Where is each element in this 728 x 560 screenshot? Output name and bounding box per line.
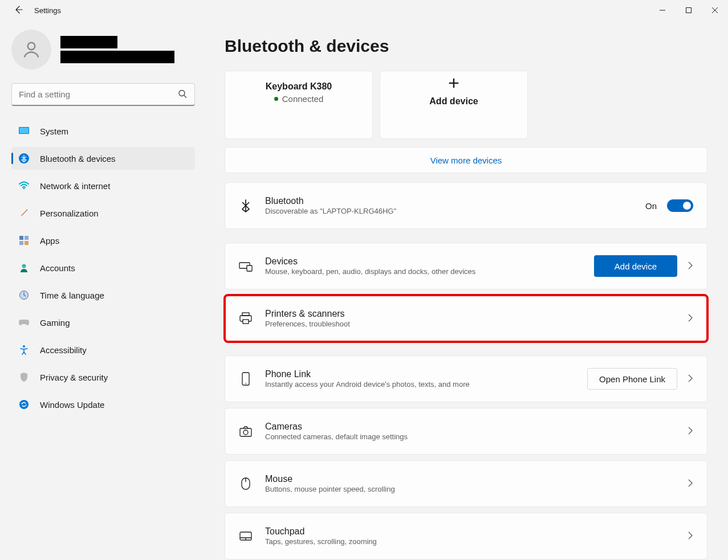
avatar bbox=[11, 30, 51, 70]
svg-rect-9 bbox=[19, 241, 23, 245]
wifi-icon bbox=[18, 180, 30, 191]
svg-point-1 bbox=[28, 43, 35, 50]
printers-scanners-row[interactable]: Printers & scanners Preferences, trouble… bbox=[225, 295, 707, 342]
devices-icon bbox=[239, 259, 253, 273]
svg-point-11 bbox=[22, 264, 26, 268]
device-status-label: Connected bbox=[282, 94, 324, 104]
chevron-right-icon bbox=[688, 374, 693, 384]
bluetooth-subtitle: Discoverable as "LAPTOP-KLRG46HG" bbox=[265, 207, 633, 215]
cameras-subtitle: Connected cameras, default image setting… bbox=[265, 432, 675, 441]
search-field[interactable] bbox=[11, 83, 195, 106]
apps-icon bbox=[18, 235, 30, 246]
system-icon bbox=[18, 125, 30, 137]
shield-icon bbox=[18, 371, 30, 383]
sidebar-item-label: Apps bbox=[40, 236, 59, 246]
svg-point-21 bbox=[245, 383, 246, 384]
mouse-subtitle: Buttons, mouse pointer speed, scrolling bbox=[265, 485, 675, 493]
phone-link-row[interactable]: Phone Link Instantly access your Android… bbox=[225, 355, 707, 402]
sidebar-item-label: Network & internet bbox=[40, 181, 110, 191]
back-button[interactable] bbox=[14, 5, 23, 16]
maximize-icon bbox=[685, 7, 692, 14]
sidebar-item-accounts[interactable]: Accounts bbox=[11, 256, 195, 279]
view-more-devices-link[interactable]: View more devices bbox=[225, 147, 707, 173]
sidebar-item-label: Personalization bbox=[40, 209, 99, 218]
cameras-title: Cameras bbox=[265, 422, 675, 432]
sidebar-item-time-language[interactable]: Time & language bbox=[11, 284, 195, 306]
bluetooth-title: Bluetooth bbox=[265, 196, 633, 206]
sidebar-item-apps[interactable]: Apps bbox=[11, 229, 195, 252]
sidebar-item-label: Accounts bbox=[40, 263, 75, 273]
search-input[interactable] bbox=[11, 83, 195, 106]
cameras-row[interactable]: Cameras Connected cameras, default image… bbox=[225, 408, 707, 455]
touchpad-subtitle: Taps, gestures, scrolling, zooming bbox=[265, 537, 675, 546]
profile-name bbox=[60, 36, 117, 48]
chevron-right-icon bbox=[688, 532, 693, 541]
mouse-row[interactable]: Mouse Buttons, mouse pointer speed, scro… bbox=[225, 460, 707, 507]
view-more-label: View more devices bbox=[430, 156, 502, 165]
status-dot-icon bbox=[274, 97, 278, 101]
accounts-icon bbox=[18, 262, 30, 273]
bluetooth-state-label: On bbox=[645, 201, 657, 211]
profile-email bbox=[60, 51, 174, 63]
sidebar-item-bluetooth-devices[interactable]: Bluetooth & devices bbox=[11, 147, 195, 170]
svg-rect-4 bbox=[19, 128, 29, 133]
sidebar-item-privacy[interactable]: Privacy & security bbox=[11, 366, 195, 389]
close-button[interactable] bbox=[702, 1, 728, 19]
person-icon bbox=[21, 39, 42, 60]
devices-row[interactable]: Devices Mouse, keyboard, pen, audio, dis… bbox=[225, 243, 707, 289]
chevron-right-icon bbox=[688, 427, 693, 436]
sidebar-item-system[interactable]: System bbox=[11, 120, 195, 142]
touchpad-row[interactable]: Touchpad Taps, gestures, scrolling, zoom… bbox=[225, 513, 707, 559]
svg-rect-16 bbox=[247, 265, 252, 271]
chevron-right-icon bbox=[688, 261, 693, 271]
sidebar-item-label: Time & language bbox=[40, 291, 104, 300]
svg-rect-22 bbox=[240, 428, 251, 436]
phone-icon bbox=[239, 372, 253, 386]
sidebar-item-network[interactable]: Network & internet bbox=[11, 174, 195, 197]
svg-point-13 bbox=[23, 345, 25, 348]
touchpad-icon bbox=[239, 529, 253, 543]
devices-subtitle: Mouse, keyboard, pen, audio, displays an… bbox=[265, 267, 581, 276]
add-device-label: Add device bbox=[429, 96, 478, 107]
profile-section[interactable] bbox=[11, 30, 195, 70]
sidebar-item-personalization[interactable]: Personalization bbox=[11, 202, 195, 224]
minimize-button[interactable] bbox=[649, 1, 676, 19]
arrow-left-icon bbox=[14, 5, 23, 14]
sidebar-item-gaming[interactable]: Gaming bbox=[11, 311, 195, 334]
add-device-button[interactable]: Add device bbox=[594, 255, 677, 277]
gamepad-icon bbox=[18, 317, 30, 328]
device-card-keyboard[interactable]: Keyboard K380 Connected bbox=[225, 71, 373, 139]
svg-rect-10 bbox=[25, 241, 29, 245]
touchpad-title: Touchpad bbox=[265, 526, 675, 537]
phone-link-subtitle: Instantly access your Android device's p… bbox=[265, 380, 575, 389]
sidebar-item-label: System bbox=[40, 126, 68, 136]
bluetooth-glyph-icon bbox=[239, 199, 253, 212]
svg-point-14 bbox=[19, 400, 29, 409]
plus-icon: + bbox=[448, 77, 459, 88]
bluetooth-toggle[interactable] bbox=[667, 199, 693, 212]
svg-point-6 bbox=[23, 188, 25, 190]
bluetooth-toggle-row: Bluetooth Discoverable as "LAPTOP-KLRG46… bbox=[225, 182, 707, 229]
window-title: Settings bbox=[34, 6, 61, 15]
printers-subtitle: Preferences, troubleshoot bbox=[265, 320, 675, 328]
add-device-card[interactable]: + Add device bbox=[380, 71, 528, 139]
svg-rect-19 bbox=[243, 320, 249, 324]
sidebar-item-windows-update[interactable]: Windows Update bbox=[11, 393, 195, 416]
mouse-title: Mouse bbox=[265, 474, 675, 484]
close-icon bbox=[711, 7, 718, 14]
clock-globe-icon bbox=[18, 289, 30, 301]
svg-rect-8 bbox=[25, 236, 29, 240]
update-icon bbox=[18, 399, 30, 410]
svg-rect-17 bbox=[242, 313, 249, 316]
device-name: Keyboard K380 bbox=[266, 81, 332, 92]
svg-rect-0 bbox=[686, 8, 692, 13]
chevron-right-icon bbox=[688, 479, 693, 489]
svg-point-23 bbox=[243, 430, 248, 435]
bluetooth-icon bbox=[18, 153, 30, 164]
sidebar-item-label: Bluetooth & devices bbox=[40, 154, 116, 163]
devices-title: Devices bbox=[265, 256, 581, 267]
maximize-button[interactable] bbox=[676, 1, 702, 19]
sidebar-item-label: Gaming bbox=[40, 318, 70, 328]
open-phone-link-button[interactable]: Open Phone Link bbox=[587, 368, 677, 390]
sidebar-item-accessibility[interactable]: Accessibility bbox=[11, 338, 195, 361]
